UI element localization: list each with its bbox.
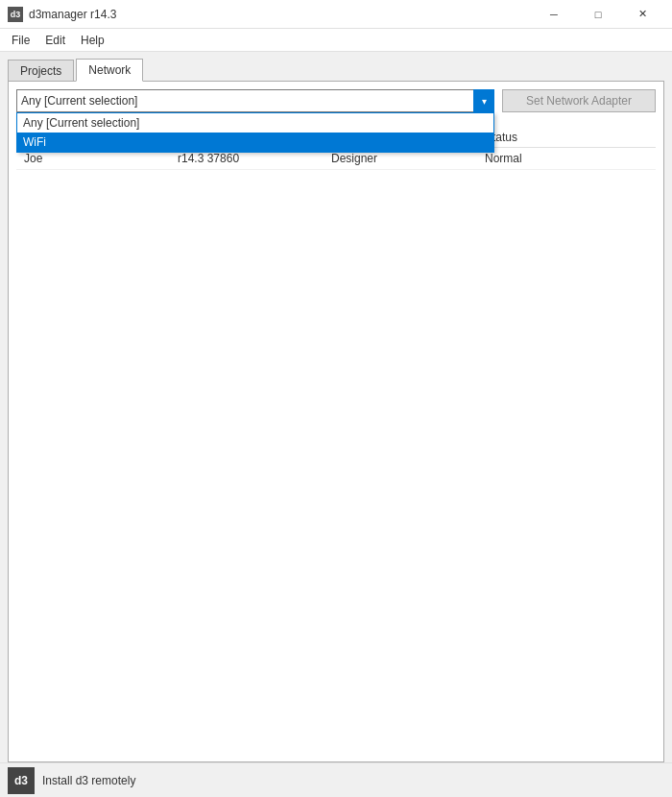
- menu-file[interactable]: File: [4, 32, 37, 49]
- dropdown-option-wifi[interactable]: WiFi: [17, 133, 493, 152]
- tab-network[interactable]: Network: [76, 59, 143, 82]
- tab-content-network: Any [Current selection] ▾ Any [Current s…: [8, 81, 664, 762]
- dropdown-option-any[interactable]: Any [Current selection]: [17, 113, 493, 133]
- tab-bar: Projects Network: [0, 52, 672, 81]
- titlebar-left: d3 d3manager r14.3: [8, 7, 116, 22]
- maximize-button[interactable]: □: [576, 0, 620, 29]
- adapter-dropdown-wrapper: Any [Current selection] ▾ Any [Current s…: [16, 89, 494, 112]
- minimize-button[interactable]: ─: [532, 0, 576, 29]
- install-d3-label: Install d3 remotely: [42, 774, 135, 787]
- window-content: Projects Network Any [Current selection]…: [0, 52, 672, 797]
- close-button[interactable]: ✕: [620, 0, 664, 29]
- app-icon: d3: [8, 7, 23, 22]
- d3-badge: d3: [8, 767, 35, 794]
- adapter-row: Any [Current selection] ▾ Any [Current s…: [16, 89, 656, 112]
- menu-edit[interactable]: Edit: [37, 32, 73, 49]
- titlebar: d3 d3manager r14.3 ─ □ ✕: [0, 0, 672, 29]
- col-header-status: Status: [477, 128, 656, 148]
- titlebar-controls: ─ □ ✕: [532, 0, 664, 29]
- bottom-bar: d3 Install d3 remotely: [0, 762, 672, 797]
- menubar: File Edit Help: [0, 29, 672, 52]
- set-network-adapter-button[interactable]: Set Network Adapter: [502, 89, 656, 112]
- cell-status: Normal: [477, 148, 656, 170]
- dropdown-menu: Any [Current selection] WiFi: [16, 112, 494, 153]
- adapter-dropdown-display[interactable]: Any [Current selection]: [16, 89, 494, 112]
- tab-projects[interactable]: Projects: [8, 60, 74, 82]
- titlebar-title: d3manager r14.3: [29, 8, 116, 21]
- menu-help[interactable]: Help: [73, 32, 112, 49]
